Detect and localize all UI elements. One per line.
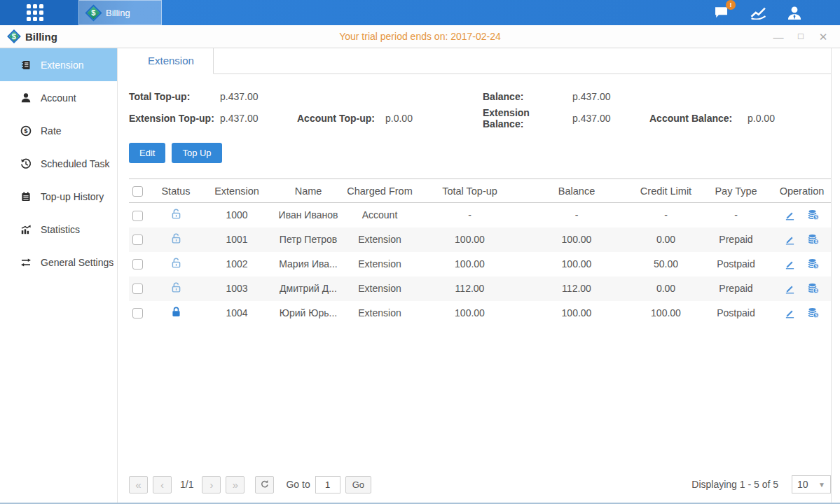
trial-notice: Your trial period ends on: 2017-02-24 [0, 31, 840, 42]
cell-name: Мария Ива... [276, 252, 340, 276]
cell-credit-limit: 50.00 [633, 252, 699, 276]
sidebar-item-statistics[interactable]: Statistics [0, 213, 117, 246]
maximize-icon[interactable]: □ [795, 31, 806, 42]
page-indicator: 1/1 [180, 479, 193, 490]
taskbar-item-label: Billing [106, 8, 130, 18]
extension-topup-label: Extension Top-up: [129, 113, 220, 124]
total-topup-value: p.437.00 [220, 91, 259, 102]
topup-coins-icon[interactable] [808, 307, 819, 318]
cell-credit-limit: 100.00 [633, 301, 699, 326]
col-credit-limit: Credit Limit [633, 179, 699, 203]
cell-name: Дмитрий Д... [276, 276, 340, 301]
cell-charged-from: Account [340, 203, 419, 227]
row-checkbox[interactable] [132, 259, 143, 270]
extension-balance-value: p.437.00 [572, 113, 649, 124]
refresh-icon[interactable] [255, 476, 274, 493]
tab-extension[interactable]: Extension [129, 48, 214, 74]
user-icon[interactable] [785, 5, 804, 20]
row-checkbox[interactable] [132, 308, 143, 318]
col-name: Name [276, 179, 340, 203]
billing-app-icon: $ [85, 4, 102, 21]
sidebar-item-label: Rate [41, 125, 62, 136]
cell-pay-type: Postpaid [699, 252, 773, 276]
cell-name: Юрий Юрь... [276, 301, 340, 326]
sidebar-item-topup-history[interactable]: Top-up History [0, 180, 117, 213]
table-row: 1004 Юрий Юрь... Extension 100.00 100.00… [129, 301, 831, 326]
apps-grid-icon[interactable] [27, 4, 48, 21]
cell-credit-limit: - [633, 203, 699, 227]
cell-pay-type: Prepaid [699, 227, 773, 252]
locked-icon [170, 306, 182, 318]
sidebar-item-account[interactable]: Account [0, 81, 117, 114]
messages-icon[interactable]: ! [712, 5, 731, 20]
cell-name: Иван Иванов [276, 203, 340, 227]
cell-extension: 1003 [198, 276, 276, 301]
sidebar-item-extension[interactable]: Extension [0, 48, 117, 81]
balance-summary: Total Top-up: p.437.00 Extension Top-up:… [129, 85, 831, 129]
cell-credit-limit: 0.00 [633, 276, 699, 301]
cell-charged-from: Extension [340, 227, 419, 252]
table-row: 1003 Дмитрий Д... Extension 112.00 112.0… [129, 276, 831, 301]
unlocked-icon [170, 257, 182, 269]
taskbar-item-billing[interactable]: $ Billing [78, 0, 162, 25]
page-size-select[interactable]: 10 ▼ [792, 475, 831, 493]
cell-total-topup: 100.00 [419, 227, 521, 252]
sidebar: Extension Account Rate Scheduled Task To… [0, 48, 118, 503]
scheduled-task-icon [20, 158, 32, 169]
chevron-down-icon: ▼ [818, 481, 825, 489]
sidebar-item-scheduled-task[interactable]: Scheduled Task [0, 147, 117, 180]
col-total-topup: Total Top-up [419, 179, 521, 203]
edit-pencil-icon[interactable] [785, 259, 795, 270]
row-checkbox[interactable] [132, 211, 143, 221]
cell-name: Петр Петров [276, 227, 340, 252]
cell-extension: 1002 [198, 252, 276, 276]
top-up-button[interactable]: Top Up [172, 143, 221, 163]
sidebar-item-general-settings[interactable]: General Settings [0, 246, 117, 279]
edit-button[interactable]: Edit [129, 143, 165, 163]
first-page-button[interactable]: « [129, 476, 148, 493]
last-page-button[interactable]: » [226, 476, 245, 493]
topup-coins-icon[interactable] [808, 283, 819, 294]
top-bar: $ Billing ! [0, 0, 840, 25]
billing-window-icon: $ [7, 29, 21, 43]
cell-total-topup: 112.00 [419, 276, 521, 301]
topup-coins-icon[interactable] [808, 209, 819, 220]
row-checkbox[interactable] [132, 284, 143, 294]
sidebar-item-label: Extension [41, 59, 83, 71]
topup-coins-icon[interactable] [808, 258, 819, 270]
window-controls: — □ ✕ [773, 31, 840, 42]
cell-extension: 1004 [198, 301, 276, 326]
sidebar-item-label: General Settings [41, 257, 113, 268]
cell-total-topup: 100.00 [419, 301, 521, 326]
next-page-button[interactable]: › [202, 476, 221, 493]
edit-pencil-icon[interactable] [785, 308, 795, 318]
sidebar-item-rate[interactable]: Rate [0, 114, 117, 147]
select-all-checkbox[interactable] [132, 186, 143, 197]
unlocked-icon [170, 281, 182, 293]
topup-coins-icon[interactable] [808, 234, 819, 245]
extension-balance-label: Extension Balance: [483, 107, 572, 130]
minimize-icon[interactable]: — [773, 31, 784, 42]
account-icon [20, 92, 32, 104]
cell-total-topup: - [419, 203, 521, 227]
edit-pencil-icon[interactable] [785, 210, 795, 220]
goto-page-input[interactable] [315, 476, 340, 493]
account-balance-value: p.0.00 [748, 113, 775, 124]
extension-topup-value: p.437.00 [220, 113, 297, 124]
window-title: $ Billing [0, 31, 57, 43]
cell-pay-type: Postpaid [699, 301, 773, 326]
balance-label: Balance: [483, 91, 572, 102]
prev-page-button[interactable]: ‹ [153, 476, 172, 493]
pagination-bar: « ‹ 1/1 › » Go to Go Displaying 1 - 5 of… [129, 472, 831, 503]
cell-total-topup: 100.00 [419, 252, 521, 276]
goto-label: Go to [286, 479, 310, 490]
col-status: Status [154, 179, 198, 203]
balance-value: p.437.00 [572, 91, 611, 102]
go-button[interactable]: Go [345, 476, 371, 493]
row-checkbox[interactable] [132, 234, 143, 245]
close-icon[interactable]: ✕ [818, 31, 829, 42]
edit-pencil-icon[interactable] [785, 284, 795, 294]
edit-pencil-icon[interactable] [785, 234, 795, 245]
monitor-chart-icon[interactable] [749, 5, 767, 20]
cell-charged-from: Extension [340, 301, 419, 326]
